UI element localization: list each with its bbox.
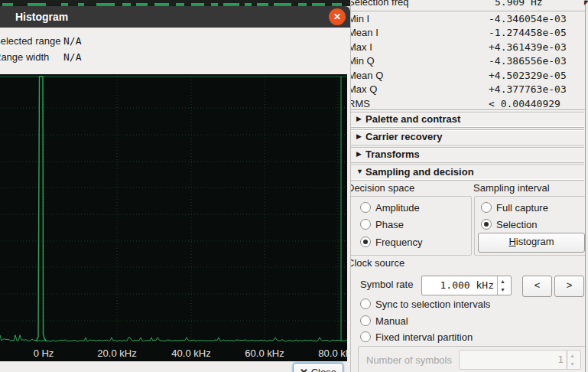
selected-range-label: Selected range bbox=[0, 35, 60, 47]
dialog-title: Histogram bbox=[15, 11, 68, 23]
number-of-symbols-spinbox: 1 ▲ ▼ bbox=[459, 350, 581, 370]
x-axis: 0 Hz 20.0 kHz 40.0 kHz 60.0 kHz 80.0 kHz bbox=[0, 346, 347, 361]
max-q-label: Max Q bbox=[350, 83, 377, 95]
section-label: Transforms bbox=[365, 148, 420, 160]
rms-value: < 0.00440929 bbox=[489, 98, 560, 109]
histogram-button-label: istogram bbox=[516, 236, 554, 247]
radio-selection[interactable] bbox=[481, 219, 492, 230]
radio-frequency[interactable] bbox=[360, 237, 371, 247]
mean-q-value: +4.502329e-05 bbox=[489, 70, 567, 81]
decision-space-label: Decision space bbox=[350, 182, 414, 194]
mean-i-value: -1.274458e-05 bbox=[489, 27, 567, 38]
close-dialog-button[interactable]: ✕ Close bbox=[293, 363, 343, 372]
sampling-interval-label: Sampling interval bbox=[473, 182, 550, 194]
symbol-rate-spinbox[interactable]: 1.000 kHz ▲ ▼ bbox=[421, 276, 512, 295]
min-i-label: Min I bbox=[350, 13, 369, 24]
section-carrier-recovery[interactable]: ▶ Carrier recovery bbox=[351, 129, 584, 145]
spin-up-icon: ▲ bbox=[570, 353, 575, 358]
range-width-value: N/A bbox=[63, 51, 81, 63]
radio-sync-to-selection-label[interactable]: Sync to selection intervals bbox=[375, 299, 490, 310]
dialog-button-bar: ✕ Close bbox=[0, 361, 350, 372]
radio-full-capture[interactable] bbox=[481, 202, 492, 213]
section-sampling-and-decision[interactable]: ▼ Sampling and decision bbox=[351, 165, 584, 181]
section-label: Carrier recovery bbox=[365, 131, 442, 142]
x-axis-tick-label: 40.0 kHz bbox=[171, 348, 210, 359]
selection-freq-label: Selection freq bbox=[350, 0, 409, 8]
section-label: Sampling and decision bbox=[365, 166, 474, 178]
section-label: Palette and contrast bbox=[365, 113, 460, 125]
mean-q-label: Mean Q bbox=[350, 70, 383, 81]
close-x-icon: ✕ bbox=[300, 367, 308, 372]
symbol-rate-value: 1.000 kHz bbox=[440, 279, 494, 291]
x-axis-tick-label: 60.0 kHz bbox=[245, 348, 284, 359]
spinner-disabled: ▲ ▼ bbox=[567, 351, 580, 369]
histogram-plot bbox=[0, 74, 347, 346]
min-i-value: -4.346054e-03 bbox=[489, 13, 567, 24]
side-panel: Selection freq 5.909 Hz Min I -4.346054e… bbox=[350, 0, 588, 372]
x-axis-tick-label: 20.0 kHz bbox=[97, 348, 136, 359]
max-i-label: Max I bbox=[350, 41, 372, 53]
rms-label: RMS bbox=[350, 98, 370, 109]
histogram-button-mnemonic: H bbox=[508, 236, 515, 247]
max-q-value: +4.377763e-03 bbox=[489, 83, 567, 95]
radio-phase-label[interactable]: Phase bbox=[375, 219, 404, 230]
clock-source-label: Clock source bbox=[350, 257, 404, 269]
section-transforms[interactable]: ▶ Transforms bbox=[351, 147, 584, 163]
radio-manual-label[interactable]: Manual bbox=[375, 315, 408, 327]
close-button-label: Close bbox=[311, 367, 336, 372]
spinner[interactable]: ▲ ▼ bbox=[497, 276, 511, 295]
triangle-right-icon: ▶ bbox=[356, 115, 362, 122]
min-q-value: -4.386556e-03 bbox=[489, 55, 567, 67]
symbol-rate-label: Symbol rate bbox=[360, 279, 413, 290]
radio-fixed-interval-label[interactable]: Fixed interval partition bbox=[375, 331, 473, 343]
max-i-value: +4.361439e-03 bbox=[489, 41, 567, 53]
x-axis-tick-label: 0 Hz bbox=[34, 348, 54, 359]
step-back-button[interactable]: < bbox=[522, 276, 552, 297]
spin-down-icon: ▼ bbox=[570, 361, 575, 367]
range-width-label: Range width bbox=[0, 51, 49, 63]
triangle-down-icon: ▼ bbox=[356, 168, 363, 175]
dialog-titlebar[interactable]: Histogram ✕ bbox=[0, 6, 350, 28]
radio-sync-to-selection[interactable] bbox=[360, 299, 371, 309]
app-screen: Histogram ✕ Selected range N/A Range wid… bbox=[0, 0, 588, 372]
radio-phase[interactable] bbox=[360, 219, 371, 230]
selection-freq-value: 5.909 Hz bbox=[495, 0, 543, 8]
radio-amplitude[interactable] bbox=[360, 202, 371, 213]
separator bbox=[351, 11, 585, 12]
radio-manual[interactable] bbox=[360, 315, 371, 326]
spectrogram-strip bbox=[0, 0, 350, 6]
radio-frequency-label[interactable]: Frequency bbox=[375, 237, 422, 248]
section-palette-and-contrast[interactable]: ▶ Palette and contrast bbox=[351, 112, 584, 128]
histogram-dialog: Histogram ✕ Selected range N/A Range wid… bbox=[0, 6, 350, 372]
radio-amplitude-label[interactable]: Amplitude bbox=[375, 202, 420, 214]
mean-i-label: Mean I bbox=[350, 27, 378, 38]
selected-range-value: N/A bbox=[63, 35, 81, 47]
step-forward-button[interactable]: > bbox=[554, 276, 584, 297]
number-of-symbols-label: Number of symbols bbox=[366, 354, 452, 366]
number-of-symbols-value: 1 bbox=[557, 354, 564, 365]
histogram-button[interactable]: Histogram bbox=[478, 233, 585, 253]
min-q-label: Min Q bbox=[350, 55, 375, 67]
triangle-right-icon: ▶ bbox=[356, 132, 362, 140]
scroll-arrow-icon[interactable]: ◤ bbox=[584, 0, 588, 6]
spin-down-icon[interactable]: ▼ bbox=[500, 287, 505, 292]
triangle-right-icon: ▶ bbox=[356, 150, 362, 158]
separator bbox=[351, 109, 585, 111]
scrollbar[interactable] bbox=[585, 0, 588, 372]
spin-up-icon[interactable]: ▲ bbox=[500, 279, 505, 284]
radio-fixed-interval[interactable] bbox=[360, 331, 371, 342]
close-icon[interactable]: ✕ bbox=[329, 8, 346, 25]
radio-selection-label[interactable]: Selection bbox=[496, 219, 537, 230]
radio-full-capture-label[interactable]: Full capture bbox=[496, 202, 548, 214]
